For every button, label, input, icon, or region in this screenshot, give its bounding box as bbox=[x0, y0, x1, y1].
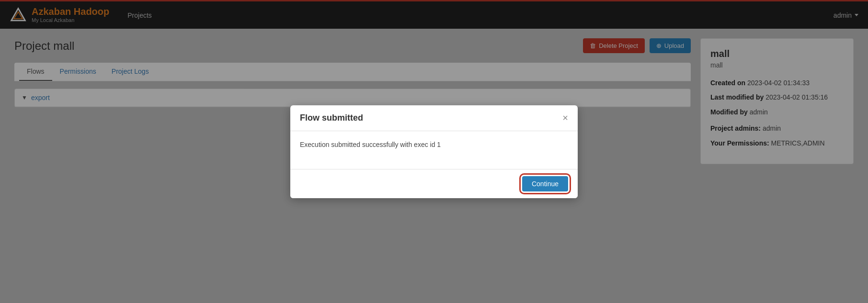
flow-submitted-modal: Flow submitted × Execution submitted suc… bbox=[290, 105, 578, 198]
modal-overlay: Flow submitted × Execution submitted suc… bbox=[0, 0, 868, 303]
modal-header: Flow submitted × bbox=[290, 105, 578, 131]
modal-close-button[interactable]: × bbox=[562, 113, 568, 123]
continue-button[interactable]: Continue bbox=[522, 176, 568, 191]
modal-body-text: Execution submitted successfully with ex… bbox=[300, 141, 568, 148]
modal-title: Flow submitted bbox=[300, 113, 363, 123]
modal-footer: Continue bbox=[290, 169, 578, 198]
modal-body: Execution submitted successfully with ex… bbox=[290, 131, 578, 169]
